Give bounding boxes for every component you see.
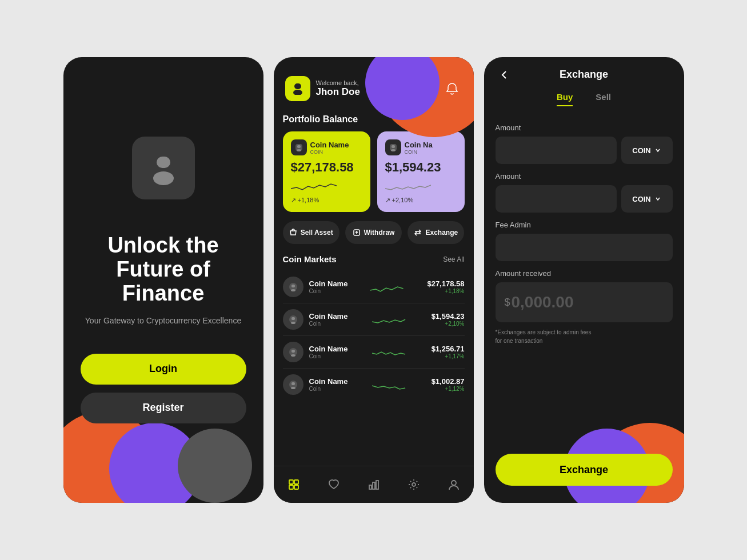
market-value-1: $27,178.58 +1,18% [427, 279, 464, 294]
svg-rect-8 [392, 145, 395, 148]
market-value-2: $1,594.23 +2,10% [432, 312, 465, 327]
dashboard-screen: Welcome back, Jhon Doe Portfolio Balance [274, 57, 474, 503]
amount-input-1[interactable] [496, 137, 617, 164]
market-info-2: Coin Name Coin [309, 312, 348, 327]
market-item[interactable]: Coin Name Coin $1,002.87 +1,12% [283, 369, 465, 401]
coin-avatar-icon [294, 143, 303, 152]
login-screen: Unlock the Future of Finance Your Gatewa… [63, 57, 263, 503]
chart-icon [367, 478, 380, 491]
user-info: Welcome back, Jhon Doe [285, 76, 360, 101]
card2-chart [385, 177, 431, 194]
markets-title: Coin Markets [283, 254, 337, 264]
user-avatar-icon [291, 82, 304, 95]
market-coin-icon-2 [288, 314, 298, 325]
portfolio-card-2[interactable]: Coin Na COIN $1,594.23 ↗ +2,10% [377, 131, 465, 212]
market-chart-4 [353, 378, 425, 391]
coin-select-2[interactable]: COIN [621, 185, 673, 213]
svg-rect-28 [373, 482, 375, 489]
user-text: Welcome back, Jhon Doe [316, 79, 360, 98]
upload-icon [353, 229, 361, 237]
exchange-header: Exchange [484, 57, 684, 86]
exchange-submit-button[interactable]: Exchange [496, 454, 673, 486]
notification-bell[interactable] [442, 78, 462, 99]
card1-value: $27,178.58 [291, 160, 362, 175]
card2-ticker: COIN [405, 149, 433, 155]
svg-point-22 [291, 387, 295, 389]
card2-name: Coin Na [405, 141, 433, 149]
user-avatar [285, 76, 310, 101]
chevron-down-icon-1 [654, 147, 661, 154]
avatar-placeholder [132, 137, 195, 199]
market-icon-1 [283, 277, 303, 297]
bottom-navigation [274, 466, 474, 503]
nav-favorites[interactable] [322, 473, 345, 496]
coin-select-1[interactable]: COIN [621, 137, 673, 164]
exchange-tabs: Buy Sell [484, 86, 684, 112]
market-coin-icon [288, 282, 298, 292]
svg-rect-0 [157, 157, 170, 168]
svg-point-9 [391, 149, 396, 151]
svg-rect-2 [294, 83, 301, 89]
exchange-title: Exchange [560, 69, 608, 81]
card1-change: ↗ +1,18% [291, 197, 362, 204]
svg-rect-25 [289, 485, 293, 489]
svg-point-3 [293, 90, 302, 95]
coin-icon-2 [385, 139, 401, 155]
svg-rect-15 [291, 317, 295, 320]
disclaimer-text: *Exchanges are subject to admin fees for… [496, 328, 673, 345]
home-icon [287, 478, 300, 491]
dashboard-header: Welcome back, Jhon Doe [274, 57, 474, 109]
withdraw-button[interactable]: Withdraw [345, 221, 402, 244]
market-chart-1 [353, 280, 421, 294]
tab-sell[interactable]: Sell [596, 92, 611, 106]
back-button[interactable] [496, 66, 514, 84]
amount-input-row-1: COIN [496, 137, 673, 164]
svg-rect-24 [294, 480, 298, 484]
markets-header: Coin Markets See All [283, 254, 465, 264]
nav-settings[interactable] [402, 473, 425, 496]
amount-received-display: $ 0,000.00 [496, 282, 673, 322]
back-icon [499, 69, 510, 81]
dashboard-content: Portfolio Balance Coin Name [274, 109, 474, 466]
amount-label-1: Amount [496, 123, 673, 132]
market-item[interactable]: Coin Name Coin $27,178.58 +1,18% [283, 271, 465, 303]
svg-point-1 [153, 171, 174, 185]
amount-input-2[interactable] [496, 185, 617, 213]
svg-rect-21 [291, 382, 295, 385]
market-item[interactable]: Coin Name Coin $1,594.23 +2,10% [283, 303, 465, 336]
main-title: Unlock the Future of Finance [81, 234, 246, 305]
card2-change: ↗ +2,10% [385, 197, 457, 204]
received-value: 0,000.00 [512, 293, 574, 311]
svg-point-31 [452, 481, 456, 485]
register-button[interactable]: Register [81, 393, 246, 423]
svg-point-16 [291, 322, 295, 324]
coin-label-2: COIN [632, 195, 651, 203]
nav-chart[interactable] [362, 473, 385, 496]
market-item[interactable]: Coin Name Coin $1,256.71 +1,17% [283, 336, 465, 369]
market-value-3: $1,256.71 +1,17% [432, 345, 465, 359]
main-subtitle: Your Gateway to Cryptocurrency Excellenc… [85, 316, 241, 325]
market-info-4: Coin Name Coin [309, 377, 348, 392]
market-icon-3 [283, 342, 303, 362]
exchange-button[interactable]: Exchange [408, 221, 464, 244]
svg-rect-29 [376, 481, 378, 489]
nav-profile[interactable] [442, 473, 465, 496]
fee-input[interactable] [496, 234, 673, 261]
portfolio-cards: Coin Name COIN $27,178.58 ↗ +1,18% [283, 131, 465, 212]
market-coin-icon-3 [288, 347, 298, 357]
market-icon-4 [283, 374, 303, 395]
fee-label: Fee Admin [496, 221, 673, 229]
login-button[interactable]: Login [81, 354, 246, 385]
tab-buy[interactable]: Buy [557, 92, 573, 106]
chevron-down-icon-2 [654, 195, 661, 202]
svg-rect-12 [291, 285, 295, 287]
see-all-link[interactable]: See All [443, 255, 464, 263]
svg-point-19 [291, 354, 295, 357]
svg-rect-23 [289, 480, 293, 484]
sell-asset-button[interactable]: Sell Asset [283, 221, 339, 244]
market-coin-icon-4 [288, 379, 298, 390]
nav-home[interactable] [282, 473, 305, 496]
portfolio-card-1[interactable]: Coin Name COIN $27,178.58 ↗ +1,18% [283, 131, 370, 212]
market-chart-2 [353, 313, 425, 326]
market-value-4: $1,002.87 +1,12% [432, 377, 465, 392]
